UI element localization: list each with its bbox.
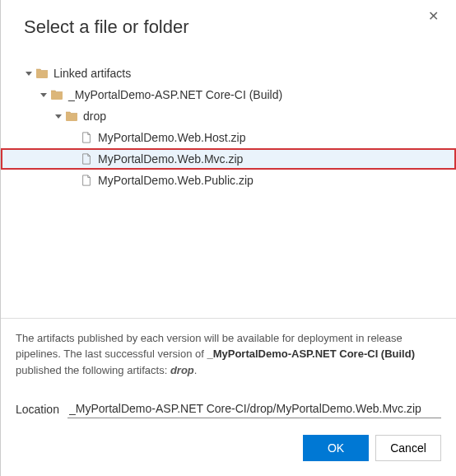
caret-spacer (68, 154, 78, 164)
cancel-button[interactable]: Cancel (375, 435, 441, 461)
location-input[interactable] (67, 399, 441, 418)
ok-button[interactable]: OK (303, 435, 369, 461)
tree-item[interactable]: MyPortalDemo.Web.Public.zip (1, 170, 456, 191)
location-label: Location (16, 403, 59, 416)
caret-spacer (68, 175, 78, 185)
tree-item-label: drop (83, 110, 106, 123)
tree-item[interactable]: drop (1, 105, 456, 127)
chevron-down-icon[interactable] (54, 111, 63, 121)
folder-icon (50, 88, 63, 101)
info-text-part: published the following artifacts: (16, 364, 170, 376)
folder-icon (65, 110, 78, 123)
info-text: The artifacts published by each version … (1, 318, 456, 390)
chevron-down-icon[interactable] (24, 68, 34, 78)
folder-icon (35, 67, 49, 80)
chevron-down-icon[interactable] (39, 90, 49, 100)
dialog-title: Select a file or folder (24, 16, 433, 38)
close-icon: ✕ (428, 9, 439, 23)
tree-item-label: MyPortalDemo.Web.Mvc.zip (98, 152, 243, 166)
button-row: OK Cancel (1, 425, 456, 476)
info-artifact-name: drop (170, 364, 194, 376)
file-picker-dialog: Select a file or folder ✕ Linked artifac… (0, 0, 456, 476)
location-row: Location (1, 390, 456, 425)
info-build-name: _MyPortalDemo-ASP.NET Core-CI (Build) (207, 348, 415, 360)
tree-item[interactable]: MyPortalDemo.Web.Mvc.zip (1, 148, 456, 170)
file-icon (80, 131, 93, 144)
file-icon (80, 152, 93, 166)
dialog-header: Select a file or folder ✕ (1, 0, 456, 46)
caret-spacer (68, 133, 78, 142)
tree-item[interactable]: _MyPortalDemo-ASP.NET Core-CI (Build) (1, 84, 456, 105)
info-text-part: . (194, 364, 198, 376)
tree-item[interactable]: MyPortalDemo.Web.Host.zip (1, 127, 456, 148)
file-icon (80, 174, 93, 187)
close-button[interactable]: ✕ (425, 8, 441, 25)
tree-view[interactable]: Linked artifacts_MyPortalDemo-ASP.NET Co… (1, 46, 456, 318)
tree-item[interactable]: Linked artifacts (1, 63, 456, 84)
tree-item-label: Linked artifacts (54, 67, 131, 80)
tree-item-label: _MyPortalDemo-ASP.NET Core-CI (Build) (68, 88, 282, 101)
tree-item-label: MyPortalDemo.Web.Host.zip (98, 131, 245, 144)
tree-item-label: MyPortalDemo.Web.Public.zip (98, 174, 254, 187)
